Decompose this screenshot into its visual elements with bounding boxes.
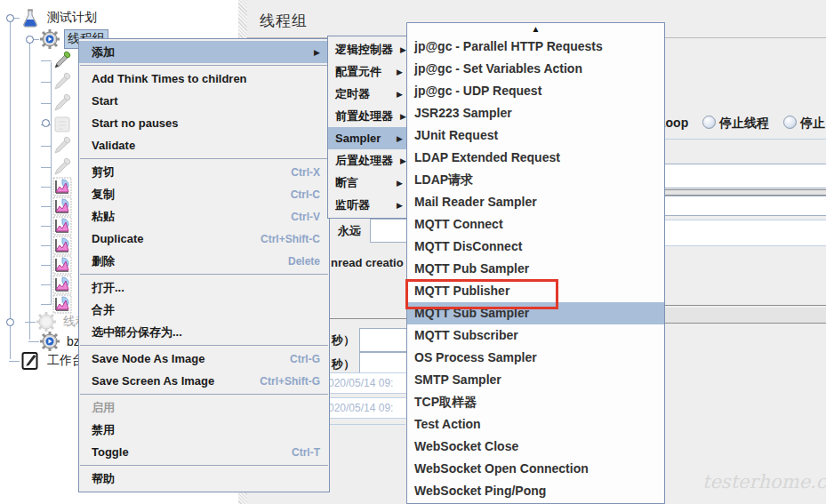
- context-menu-item[interactable]: 打开...: [79, 276, 329, 299]
- tree-expand-handle[interactable]: [26, 36, 34, 44]
- context-menu-item[interactable]: DuplicateCtrl+Shift-C: [79, 228, 329, 250]
- workbench-icon: [20, 350, 41, 372]
- sampler-green-icon: [52, 50, 73, 71]
- context-menu-item[interactable]: 剪切Ctrl-X: [79, 161, 329, 183]
- tree-connector: [41, 226, 52, 227]
- sampler-menu-item[interactable]: OS Process Sampler: [407, 347, 664, 369]
- context-menu-item-label: Start no pauses: [92, 116, 320, 130]
- sampler-menu-item[interactable]: LDAP Extended Request: [407, 147, 664, 169]
- context-menu-item-label: 打开...: [92, 280, 320, 296]
- context-menu-item[interactable]: Save Screen As ImageCtrl+Shift-G: [79, 370, 329, 392]
- add-submenu-item[interactable]: 断言▶: [328, 172, 408, 194]
- loop-count-field-fragment[interactable]: [658, 220, 826, 246]
- mqtt-publisher-highlight-box: [405, 279, 558, 309]
- add-submenu-item[interactable]: 后置处理器▶: [328, 149, 408, 172]
- context-menu-item[interactable]: 合并: [79, 299, 329, 321]
- scroll-up-icon[interactable]: ▲: [407, 23, 664, 36]
- tree-item[interactable]: [52, 196, 73, 217]
- controller-box-icon: [52, 114, 73, 135]
- tree-item[interactable]: [52, 135, 73, 156]
- context-menu-item[interactable]: 复制Ctrl-C: [79, 183, 329, 205]
- context-menu-item[interactable]: 粘贴Ctrl-V: [79, 205, 329, 228]
- tree-item[interactable]: [52, 50, 73, 71]
- tree-connector: [25, 322, 36, 323]
- sampler-menu-item[interactable]: JSR223 Sampler: [407, 102, 664, 124]
- tree-item[interactable]: [52, 114, 73, 135]
- add-submenu-item[interactable]: 逻辑控制器▶: [328, 38, 408, 60]
- stop-radio[interactable]: [783, 116, 797, 129]
- stop-thread-radio[interactable]: [702, 116, 716, 129]
- end-time-field[interactable]: 020/05/14 09:: [325, 397, 409, 419]
- sampler-menu-item[interactable]: SMTP Sampler: [407, 369, 664, 391]
- sampler-menu-item[interactable]: MQTT Connect: [407, 213, 664, 236]
- context-menu-item[interactable]: Start no pauses: [79, 112, 329, 134]
- sampler-menu-item[interactable]: jp@gc - UDP Request: [407, 80, 664, 102]
- tree-item[interactable]: [52, 92, 73, 114]
- context-menu-item[interactable]: Add Think Times to children: [79, 68, 329, 90]
- row-separator: [658, 189, 826, 196]
- context-menu-item[interactable]: 启用: [79, 396, 329, 419]
- context-menu-item[interactable]: Save Node As ImageCtrl-G: [79, 348, 329, 370]
- context-menu-item-label: 启用: [92, 400, 320, 416]
- add-submenu-item[interactable]: 配置元件▶: [328, 60, 408, 83]
- tree-item[interactable]: [52, 71, 73, 92]
- tree-item[interactable]: [52, 274, 73, 295]
- tree-expand-handle[interactable]: [6, 14, 14, 22]
- add-submenu-item[interactable]: 前置处理器▶: [328, 105, 408, 127]
- sampler-menu-item[interactable]: WebSocket Open Connection: [407, 458, 664, 480]
- sampler-menu-item[interactable]: Mail Reader Sampler: [407, 191, 664, 213]
- sampler-submenu-list: ▲ jp@gc - Parallel HTTP Requestsjp@gc - …: [406, 22, 665, 504]
- rampup-field-fragment[interactable]: [658, 196, 826, 216]
- context-menu-item[interactable]: Start: [79, 90, 329, 112]
- sampler-menu-item[interactable]: WebSocket Close: [407, 436, 664, 458]
- test-plan-icon: [20, 7, 41, 28]
- sampler-menu-item[interactable]: LDAP请求: [407, 169, 664, 191]
- context-menu-item[interactable]: Validate: [79, 134, 329, 156]
- context-menu-item[interactable]: 帮助: [79, 468, 329, 490]
- sampler-menu-item[interactable]: MQTT Subscriber: [407, 324, 664, 347]
- sampler-menu-item[interactable]: MQTT DisConnect: [407, 236, 664, 258]
- context-menu-item-label: 复制: [92, 187, 275, 203]
- context-menu-item[interactable]: 删除Delete: [79, 250, 329, 272]
- tree-item[interactable]: [52, 235, 73, 256]
- sampler-menu-item[interactable]: jp@gc - Parallel HTTP Requests: [407, 36, 664, 58]
- context-menu-item[interactable]: 选中部分保存为...: [79, 321, 329, 343]
- tree-expand-handle[interactable]: [6, 318, 14, 326]
- menu-separator: [80, 465, 328, 466]
- context-menu-item[interactable]: 禁用: [79, 419, 329, 441]
- tree-connector: [41, 146, 52, 147]
- add-submenu-item[interactable]: 监听器▶: [328, 194, 408, 216]
- add-submenu-item-label: 后置处理器: [335, 153, 393, 169]
- tree-connector: [41, 82, 52, 83]
- tree-connector: [41, 187, 52, 188]
- menu-shortcut: Ctrl-C: [291, 188, 320, 201]
- sampler-menu-item[interactable]: jp@gc - Set Variables Action: [407, 58, 664, 80]
- tree-item[interactable]: 测试计划: [20, 7, 100, 28]
- start-time-field[interactable]: 020/05/14 09:: [325, 372, 409, 394]
- sampler-menu-item[interactable]: TCP取样器: [407, 391, 664, 413]
- sampler-menu-item[interactable]: WebSocket Ping/Pong: [407, 480, 664, 502]
- context-menu-item-label: 禁用: [92, 422, 320, 438]
- tree-item[interactable]: [52, 176, 73, 197]
- node-context-menu: 添加▶Add Think Times to childrenStartStart…: [78, 38, 330, 492]
- context-menu-item-label: 合并: [92, 302, 320, 318]
- menu-shortcut: Ctrl-T: [292, 446, 320, 459]
- sampler-menu-item[interactable]: MQTT Pub Sampler: [407, 258, 664, 280]
- tree-expand-handle[interactable]: [42, 119, 50, 127]
- tree-item[interactable]: [52, 254, 73, 276]
- loop-count-input[interactable]: [370, 219, 407, 243]
- sampler-menu-item[interactable]: Test Action: [407, 413, 664, 436]
- gear-gray-icon: [36, 311, 57, 332]
- sampler-menu-item[interactable]: JUnit Request: [407, 124, 664, 147]
- submenu-arrow-icon: ▶: [400, 156, 406, 165]
- tree-item[interactable]: [52, 156, 73, 178]
- context-menu-item[interactable]: ToggleCtrl-T: [79, 441, 329, 463]
- add-submenu-item-label: 定时器: [335, 86, 389, 102]
- tree-item[interactable]: [52, 215, 73, 236]
- add-submenu-item[interactable]: 定时器▶: [328, 83, 408, 105]
- tree-item[interactable]: 工作台: [20, 350, 87, 372]
- context-menu-item[interactable]: 添加▶: [79, 41, 329, 63]
- threads-field-fragment[interactable]: [658, 164, 826, 188]
- add-submenu-item[interactable]: Sampler▶: [328, 127, 408, 149]
- duration-input[interactable]: [359, 328, 407, 352]
